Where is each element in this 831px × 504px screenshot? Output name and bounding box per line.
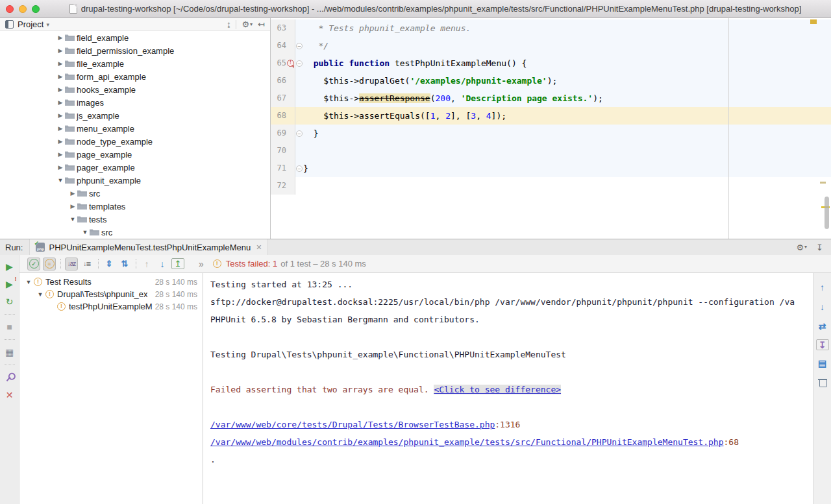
settings-icon[interactable]: ⚙▾ — [242, 20, 253, 29]
editor-scrollbar[interactable] — [825, 197, 829, 229]
chevron-right-icon[interactable]: ▶ — [56, 125, 65, 132]
folder-icon — [77, 189, 89, 197]
fold-cell — [295, 142, 303, 160]
chevron-right-icon[interactable]: ▶ — [56, 138, 65, 145]
minimize-window-button[interactable] — [19, 5, 27, 13]
project-tree-item[interactable]: ▶templates — [0, 200, 270, 213]
print-button[interactable]: ▤ — [816, 357, 829, 370]
project-tree-item[interactable]: ▶pager_example — [0, 161, 270, 174]
pin-tab-button[interactable] — [0, 368, 18, 387]
show-passed-button[interactable]: ✓ — [27, 258, 40, 270]
project-tree-item[interactable]: ▶page_example — [0, 148, 270, 161]
phpstorm-window: drupal-testing-workshop [~/Code/os/drupa… — [0, 0, 831, 504]
previous-failed-test-button[interactable]: ↑ — [140, 258, 153, 270]
project-tree-item[interactable]: ▶node_type_example — [0, 135, 270, 148]
sort-by-duration-button[interactable]: ↓≣ — [81, 258, 93, 270]
hide-panel-icon[interactable]: ↧ — [816, 243, 823, 252]
close-window-button[interactable] — [6, 5, 14, 13]
stop-button[interactable]: ■ — [3, 320, 16, 333]
test-tree-item[interactable]: ▼!Drupal\Tests\phpunit_ex28 s 140 ms — [19, 288, 203, 300]
project-tree-item[interactable]: ▼src — [0, 226, 270, 239]
chevron-right-icon[interactable]: ▶ — [56, 47, 65, 54]
chevron-down-icon[interactable]: ▼ — [23, 279, 34, 285]
chevron-down-icon[interactable]: ▼ — [56, 177, 65, 184]
export-test-results-button[interactable]: ↥ — [171, 258, 184, 269]
project-tree-item[interactable]: ▶menu_example — [0, 122, 270, 135]
fold-icon[interactable]: − — [296, 43, 303, 49]
chevron-down-icon[interactable]: ▼ — [81, 229, 90, 235]
inspection-indicator[interactable] — [810, 19, 817, 24]
project-tree-item[interactable]: ▶src — [0, 187, 270, 200]
code-token: assertResponse — [359, 93, 430, 103]
collapse-all-button[interactable]: ⇅ — [118, 258, 131, 270]
down-the-stack-trace-button[interactable]: ↓ — [816, 300, 829, 313]
project-tree-item[interactable]: ▼tests — [0, 213, 270, 226]
chevron-down-icon[interactable]: ▾ — [46, 21, 49, 28]
close-tab-icon[interactable]: ✕ — [256, 243, 262, 252]
project-tree-item[interactable]: ▶js_example — [0, 109, 270, 122]
line-number: 68 — [271, 107, 286, 125]
clear-all-button[interactable] — [816, 376, 829, 389]
select-opened-file-icon[interactable]: ↨ — [227, 20, 231, 29]
console-link[interactable]: /var/www/web/modules/contrib/examples/ph… — [210, 437, 724, 447]
console-link[interactable]: <Click to see difference> — [434, 385, 561, 394]
fold-icon[interactable]: − — [296, 165, 303, 172]
chevron-right-icon[interactable]: ▶ — [56, 86, 65, 93]
warning-stripe-mark[interactable] — [820, 182, 826, 184]
console-link[interactable]: /var/www/web/core/tests/Drupal/Tests/Bro… — [210, 420, 495, 429]
show-ignored-button[interactable]: ≡ — [43, 258, 56, 270]
chevron-right-icon[interactable]: ▶ — [56, 112, 65, 119]
chevron-right-icon[interactable]: ▶ — [68, 190, 77, 197]
next-failed-test-button[interactable]: ↓ — [156, 258, 169, 270]
editor-line: 68 $this->assertEquals([1, 2], [3, 4]); — [271, 107, 831, 125]
chevron-right-icon[interactable]: ▶ — [68, 203, 77, 210]
chevron-down-icon[interactable]: ▼ — [35, 291, 45, 298]
project-tree-item[interactable]: ▶hooks_example — [0, 83, 270, 96]
test-failed-gutter-icon[interactable]: ! — [287, 60, 294, 67]
project-tree-item[interactable]: ▶images — [0, 96, 270, 109]
project-tree-item[interactable]: ▶file_example — [0, 57, 270, 70]
console-line: Failed asserting that two arrays are equ… — [210, 381, 813, 398]
restore-layout-button[interactable]: ▦ — [3, 346, 16, 359]
chevron-down-icon[interactable]: ▼ — [68, 216, 77, 222]
expand-all-button[interactable]: ⇕ — [103, 258, 116, 270]
run-tab-title: PHPUnitExampleMenuTest.testPhpUnitExampl… — [49, 243, 251, 252]
up-the-stack-trace-button[interactable]: ↑ — [816, 281, 829, 294]
hide-panel-icon[interactable]: ↤ — [258, 20, 265, 29]
sort-alphabetically-button[interactable]: ↓az — [65, 258, 78, 270]
chevron-right-icon[interactable]: ▶ — [56, 151, 65, 158]
chevron-right-icon[interactable]: ▶ — [56, 164, 65, 171]
scroll-to-end-button[interactable]: ↧ — [816, 339, 829, 350]
project-panel-title[interactable]: Project — [18, 19, 43, 29]
close-button[interactable]: ✕ — [3, 389, 16, 402]
fold-icon[interactable]: − — [296, 130, 303, 137]
project-tree-item[interactable]: ▼phpunit_example — [0, 174, 270, 187]
run-tab[interactable]: ✓ php PHPUnitExampleMenuTest.testPhpUnit… — [29, 239, 268, 255]
project-tree-item[interactable]: ▶field_example — [0, 31, 270, 44]
chevron-right-icon[interactable]: ▶ — [56, 34, 65, 41]
chevron-right-icon[interactable]: ▶ — [56, 99, 65, 106]
toggle-auto-test-button[interactable]: ↻ — [3, 295, 16, 308]
rerun-button[interactable]: ▶ — [3, 260, 16, 273]
project-tree-item[interactable]: ▶field_permission_example — [0, 44, 270, 57]
line-number: 69 — [271, 125, 286, 142]
soft-wrap-button[interactable]: ⇄ — [816, 320, 829, 333]
zoom-window-button[interactable] — [32, 5, 40, 13]
chevron-right-icon[interactable]: ▶ — [56, 60, 65, 67]
console-line: /var/www/web/modules/contrib/examples/ph… — [210, 433, 813, 451]
chevron-right-icon[interactable]: ▶ — [56, 73, 65, 80]
test-tree-item[interactable]: !testPhpUnitExampleM28 s 140 ms — [19, 300, 203, 313]
project-tree-item[interactable]: ▶form_api_example — [0, 70, 270, 83]
code-token: ); — [547, 76, 558, 86]
rerun-failed-tests-button[interactable]: ▶! — [3, 278, 16, 291]
settings-icon[interactable]: ⚙▾ — [796, 243, 807, 252]
fold-cell: − — [295, 37, 303, 54]
test-console-output[interactable]: Testing started at 13:25 ...sftp://docke… — [204, 273, 813, 504]
code-editor[interactable]: 63 * Tests phpunit_example menus.64− */6… — [271, 18, 831, 239]
line-number: 65 — [271, 54, 286, 72]
chevrons-icon[interactable]: » — [199, 259, 204, 269]
fold-icon[interactable]: − — [296, 60, 303, 67]
test-tree-item[interactable]: ▼!Test Results28 s 140 ms — [19, 276, 203, 288]
code-token: ]); — [491, 111, 506, 121]
console-line: /var/www/web/core/tests/Drupal/Tests/Bro… — [210, 416, 813, 433]
